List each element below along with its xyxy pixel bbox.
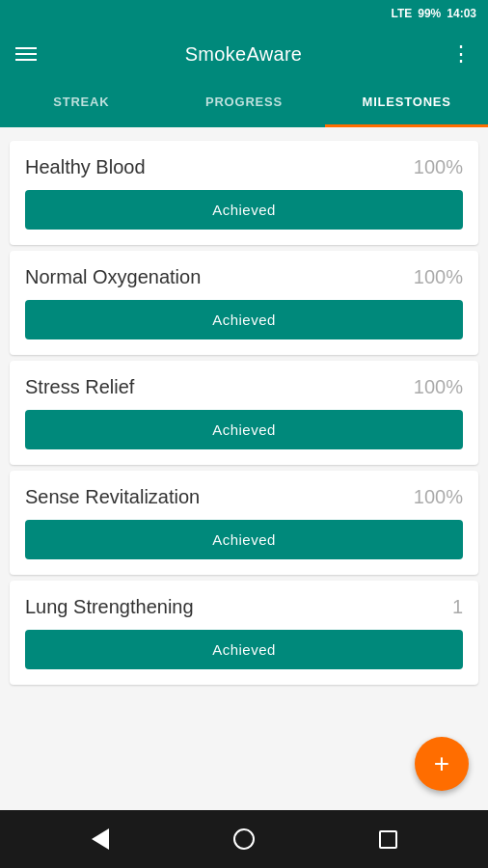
milestones-content: Healthy Blood 100% Achieved Normal Oxyge… <box>0 127 488 810</box>
milestone-header: Healthy Blood 100% <box>25 156 463 178</box>
milestone-name: Normal Oxygenation <box>25 266 201 288</box>
milestone-percent: 100% <box>414 156 463 178</box>
milestone-percent: 100% <box>414 266 463 288</box>
app-bar: SmokeAware ⋮ <box>0 27 488 81</box>
back-icon <box>92 828 109 850</box>
add-milestone-fab[interactable]: + <box>415 737 469 791</box>
milestone-card-healthy-blood: Healthy Blood 100% Achieved <box>10 141 478 245</box>
tab-milestones[interactable]: MILESTONES <box>325 81 488 127</box>
home-button[interactable] <box>233 828 255 850</box>
recents-button[interactable] <box>379 830 397 849</box>
recent-icon <box>379 830 397 849</box>
achieved-button[interactable]: Achieved <box>25 410 463 449</box>
home-icon <box>233 828 255 850</box>
achieved-button[interactable]: Achieved <box>25 190 463 230</box>
milestone-percent: 1 <box>452 596 463 618</box>
milestone-card-stress-relief: Stress Relief 100% Achieved <box>10 361 478 465</box>
bottom-nav-bar <box>0 810 488 868</box>
tab-bar: STREAK PROGRESS MILESTONES <box>0 81 488 127</box>
hamburger-icon <box>15 53 37 55</box>
clock: 14:03 <box>447 7 476 20</box>
milestone-header: Lung Strengthening 1 <box>25 596 463 618</box>
milestone-name: Sense Revitalization <box>25 486 200 508</box>
milestone-card-lung-strengthening: Lung Strengthening 1 Achieved <box>10 581 478 685</box>
more-options-button[interactable]: ⋮ <box>450 41 473 67</box>
achieved-button[interactable]: Achieved <box>25 520 463 559</box>
signal-icon: LTE <box>391 7 412 20</box>
milestone-header: Stress Relief 100% <box>25 376 463 398</box>
app-title: SmokeAware <box>185 43 303 66</box>
hamburger-menu-button[interactable] <box>15 47 37 61</box>
status-bar: LTE 99% 14:03 <box>0 0 488 27</box>
hamburger-icon <box>15 47 37 49</box>
milestone-card-sense-revitalization: Sense Revitalization 100% Achieved <box>10 471 478 575</box>
milestone-percent: 100% <box>414 486 463 508</box>
achieved-button[interactable]: Achieved <box>25 630 463 669</box>
achieved-button[interactable]: Achieved <box>25 300 463 339</box>
milestone-name: Healthy Blood <box>25 156 146 178</box>
hamburger-icon <box>15 59 37 61</box>
back-button[interactable] <box>92 828 109 850</box>
tab-streak[interactable]: STREAK <box>0 81 163 127</box>
milestone-name: Lung Strengthening <box>25 596 194 618</box>
milestone-name: Stress Relief <box>25 376 134 398</box>
milestone-card-normal-oxygenation: Normal Oxygenation 100% Achieved <box>10 251 478 355</box>
milestone-header: Sense Revitalization 100% <box>25 486 463 508</box>
milestone-percent: 100% <box>414 376 463 398</box>
battery-indicator: 99% <box>418 7 441 20</box>
tab-progress[interactable]: PROGRESS <box>163 81 326 127</box>
milestone-header: Normal Oxygenation 100% <box>25 266 463 288</box>
